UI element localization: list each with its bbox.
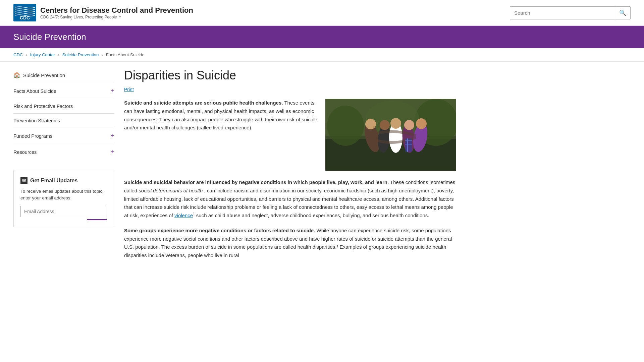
sidebar-resources-plus-icon: + [110, 148, 114, 156]
para3-bold: Some groups experience more negative con… [124, 228, 315, 233]
home-icon: 🏠 [13, 72, 20, 79]
hero-image [325, 99, 456, 171]
breadcrumb-cdc[interactable]: CDC [13, 52, 23, 57]
sidebar-item-prevention[interactable]: Prevention Strategies [13, 113, 114, 128]
breadcrumb-injury-center[interactable]: Injury Center [30, 52, 55, 57]
sidebar-home-link[interactable]: 🏠 Suicide Prevention [13, 68, 114, 83]
sidebar-item-facts[interactable]: Facts About Suicide + [13, 83, 114, 99]
sidebar-item-funded-label: Funded Programs [13, 133, 52, 139]
logo-text: Centers for Disease Control and Preventi… [40, 6, 193, 19]
page-header: CDC Centers for Disease Control and Prev… [0, 0, 644, 26]
search-button[interactable]: 🔍 [615, 7, 630, 19]
org-tagline: CDC 24/7: Saving Lives, Protecting Peopl… [40, 15, 193, 19]
print-link[interactable]: Print [124, 87, 134, 92]
sidebar-funded-plus-icon: + [110, 132, 114, 139]
breadcrumb-current: Facts About Suicide [106, 52, 145, 57]
email-updates-box: ✉ Get Email Updates To receive email upd… [13, 170, 114, 227]
banner-title: Suicide Prevention [13, 32, 86, 42]
intro-text-block: Suicide and suicide attempts are serious… [124, 99, 317, 171]
sidebar-item-funded[interactable]: Funded Programs + [13, 128, 114, 144]
para2-italic: social determinants of health [139, 188, 203, 193]
content-body: Suicide and suicide attempts are serious… [124, 99, 456, 260]
email-underline-decoration [87, 219, 107, 220]
violence-link[interactable]: violence [174, 213, 193, 218]
breadcrumb: CDC › Injury Center › Suicide Prevention… [0, 48, 644, 62]
svg-point-18 [416, 118, 427, 129]
email-box-title: ✉ Get Email Updates [20, 177, 107, 184]
para1-bold: Suicide and suicide attempts are serious… [124, 100, 283, 106]
sidebar-home-label: Suicide Prevention [23, 72, 65, 78]
logo-area: CDC Centers for Disease Control and Prev… [13, 4, 193, 21]
para2-end: such as child abuse and neglect, adverse… [196, 213, 429, 218]
email-address-input[interactable] [20, 206, 107, 217]
para2-bold: Suicide and suicidal behavior are influe… [124, 179, 389, 185]
org-name: Centers for Disease Control and Preventi… [40, 6, 193, 15]
sidebar-item-resources[interactable]: Resources + [13, 144, 114, 160]
svg-text:CDC: CDC [20, 15, 30, 20]
breadcrumb-sep-1: › [26, 52, 27, 57]
sidebar-item-resources-label: Resources [13, 149, 37, 155]
sidebar-item-risk-label: Risk and Protective Factors [13, 104, 73, 109]
email-box-title-text: Get Email Updates [30, 178, 77, 184]
breadcrumb-suicide-prev[interactable]: Suicide Prevention [62, 52, 99, 57]
svg-point-10 [365, 119, 376, 129]
paragraph-2: Suicide and suicidal behavior are influe… [124, 178, 456, 220]
svg-point-6 [327, 106, 364, 146]
footnote-1: 1 [193, 212, 195, 216]
cdc-logo-icon: CDC [13, 4, 36, 21]
main-layout: 🏠 Suicide Prevention Facts About Suicide… [0, 62, 470, 273]
paragraph-3: Some groups experience more negative con… [124, 227, 456, 260]
section-banner: Suicide Prevention [0, 26, 644, 48]
breadcrumb-sep-2: › [58, 52, 59, 57]
sidebar-item-risk[interactable]: Risk and Protective Factors [13, 99, 114, 113]
svg-point-14 [390, 118, 401, 129]
page-title: Disparities in Suicide [124, 68, 456, 82]
intro-section: Suicide and suicide attempts are serious… [124, 99, 456, 171]
email-box-description: To receive email updates about this topi… [20, 188, 107, 202]
sidebar-facts-plus-icon: + [110, 87, 114, 95]
search-container: 🔍 [510, 6, 631, 19]
breadcrumb-sep-3: › [102, 52, 103, 57]
svg-point-12 [380, 120, 390, 130]
sidebar-item-facts-label: Facts About Suicide [13, 88, 56, 94]
mail-icon: ✉ [20, 177, 28, 184]
search-input[interactable] [510, 7, 615, 18]
paragraph-1: Suicide and suicide attempts are serious… [124, 99, 317, 132]
svg-point-16 [404, 120, 414, 130]
sidebar: 🏠 Suicide Prevention Facts About Suicide… [13, 68, 114, 266]
main-content: Disparities in Suicide Print Suicide and… [124, 68, 456, 266]
sidebar-item-prevention-label: Prevention Strategies [13, 118, 60, 123]
hero-svg [325, 99, 456, 171]
